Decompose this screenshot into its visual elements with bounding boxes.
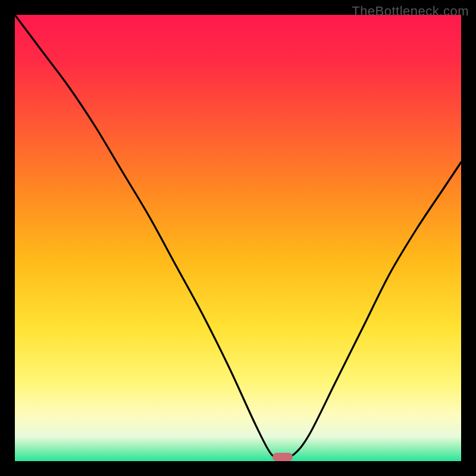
bottleneck-curve [15, 15, 461, 461]
watermark-text: TheBottleneck.com [352, 4, 469, 19]
chart-frame: TheBottleneck.com [0, 0, 476, 476]
optimal-marker [273, 453, 293, 461]
plot-area [15, 15, 461, 461]
